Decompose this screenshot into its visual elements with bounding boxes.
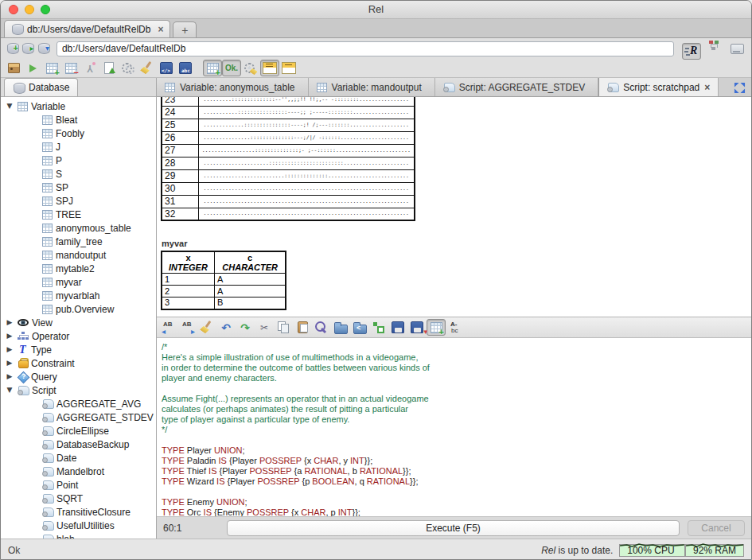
tree-item[interactable]: ▶ View [1, 316, 156, 329]
code-line[interactable]: TYPE Paladin IS {Player POSSREP {x CHAR,… [162, 456, 751, 466]
code-line[interactable]: in order to determine the outcome of bat… [162, 363, 751, 373]
tree-item[interactable]: mandoutput [1, 248, 156, 262]
table-row[interactable]: 2 A [162, 286, 286, 298]
find-replace-icon[interactable] [312, 319, 331, 336]
tree-item[interactable]: ▶ Operator [1, 329, 156, 343]
tree-item[interactable]: ▶ Constraint [1, 356, 156, 370]
drop-relvar-icon[interactable] [61, 60, 80, 76]
tree-item[interactable]: UsefulUtilities [1, 519, 156, 532]
wrap-toggle[interactable] [446, 319, 465, 336]
code-lines[interactable]: /*Here's a simple illustration of use of… [157, 338, 751, 516]
tree-item[interactable]: AGGREGATE_AVG [1, 397, 156, 410]
header-name-type-toggle[interactable] [260, 60, 279, 76]
code-line[interactable]: player and enemy characters. [162, 373, 751, 383]
new-connection-tab-button[interactable]: + [173, 21, 197, 37]
ok-toggle[interactable]: Ok. [222, 60, 241, 76]
tree-item[interactable]: P [1, 154, 156, 167]
tree-item[interactable]: ▶ Type [1, 343, 156, 356]
table-row[interactable]: 28 .....................::::::::::::::::… [162, 157, 415, 169]
tree-item[interactable]: S [1, 167, 156, 181]
tree-item[interactable]: ▶ Query [1, 370, 156, 383]
tree-item[interactable]: myvarblah [1, 289, 156, 302]
add-relvar-icon[interactable] [42, 60, 61, 76]
tree-item[interactable]: TREE [1, 208, 156, 221]
insert-file-icon[interactable] [350, 319, 369, 336]
tree-item[interactable]: J [1, 140, 156, 154]
tuple-add-toggle[interactable] [203, 60, 222, 76]
tree-expander-icon[interactable]: ▼ [5, 383, 14, 397]
table-row[interactable]: 1 A [162, 274, 286, 286]
editor-tab[interactable]: Script: AGGREGATE_STDEV [435, 78, 598, 96]
tab-database[interactable]: Database [4, 78, 78, 96]
copy-icon[interactable] [274, 319, 293, 336]
tree-item[interactable]: SP [1, 181, 156, 194]
code-line[interactable]: Assume Fight(...) represents an operator… [162, 394, 751, 404]
redo-icon[interactable] [236, 319, 255, 336]
tree-item[interactable]: myvar [1, 275, 156, 289]
tree-item[interactable]: anonymous_table [1, 221, 156, 235]
export-icon[interactable] [99, 60, 119, 76]
code-line[interactable]: TYPE Enemy UNION; [162, 497, 751, 508]
tree-item[interactable]: Bleat [1, 113, 156, 126]
tree-item[interactable]: DatabaseBackup [1, 438, 156, 451]
tree-item[interactable]: CircleEllipse [1, 424, 156, 438]
tree-expander-icon[interactable]: ▶ [5, 343, 14, 356]
undo-icon[interactable] [216, 319, 236, 336]
execute-button[interactable]: Execute (F5) [227, 520, 680, 536]
table-row[interactable]: 29 ..........................:::::::::::… [162, 169, 415, 182]
table-row[interactable]: 30 .....................................… [162, 182, 415, 195]
db-location-input[interactable] [56, 41, 674, 56]
shift-left-icon[interactable] [159, 319, 178, 336]
open-db-icon[interactable] [21, 42, 33, 52]
design-icon[interactable] [80, 60, 99, 76]
cancel-button[interactable]: Cancel [688, 520, 745, 536]
table-row[interactable]: 32 .....................................… [162, 208, 415, 220]
tree-item[interactable]: blah [1, 532, 156, 539]
tree-expander-icon[interactable]: ▶ [5, 370, 14, 383]
tree-item[interactable]: family_tree [1, 235, 156, 248]
tree-item[interactable]: ▼ Variable [1, 99, 156, 113]
editor-tab[interactable]: Variable: anonymous_table [157, 78, 309, 96]
tree-item[interactable]: pub.Overview [1, 302, 156, 316]
tree-expander-icon[interactable]: ▶ [5, 356, 14, 370]
load-file-icon[interactable] [331, 319, 350, 336]
new-db-icon[interactable] [6, 42, 18, 52]
package-icon[interactable] [4, 60, 23, 76]
editor-tab[interactable]: Variable: mandoutput [309, 78, 435, 96]
shift-right-icon[interactable] [178, 319, 197, 336]
code-line[interactable]: Here's a simple illustration of use of m… [162, 352, 751, 363]
path-icon[interactable] [369, 319, 388, 336]
rel-mode-toggle[interactable] [682, 43, 701, 60]
clean-editor-icon[interactable] [197, 319, 216, 336]
tree-item[interactable]: Foobly [1, 126, 156, 140]
code-line[interactable]: /* [162, 342, 751, 352]
maximize-icon[interactable] [733, 81, 746, 95]
tree-item[interactable]: SQRT [1, 492, 156, 505]
tree-item[interactable]: mytable2 [1, 262, 156, 275]
code-line[interactable]: TYPE Player UNION; [162, 445, 751, 456]
db-tree-icon[interactable] [705, 37, 724, 54]
table-row[interactable]: 3 B [162, 298, 286, 309]
tree-item[interactable]: TransitiveClosure [1, 505, 156, 519]
db-connection-tab[interactable]: db:/Users/dave/DefaultRelDb × [4, 20, 170, 37]
code-line[interactable]: type of player against a particular type… [162, 414, 751, 425]
cut-icon[interactable] [255, 319, 274, 336]
editor-tab[interactable]: Script: scratchpad × [598, 78, 719, 96]
run-icon[interactable] [23, 60, 42, 76]
db-disk-icon[interactable] [727, 41, 746, 57]
clean-icon[interactable] [138, 60, 157, 76]
code-line[interactable] [162, 383, 751, 394]
code-line[interactable]: TYPE Orc IS {Enemy POSSREP {x CHAR, p IN… [162, 508, 751, 516]
code-line[interactable] [162, 435, 751, 445]
tree-item[interactable]: Date [1, 451, 156, 465]
save-text-icon[interactable] [176, 60, 195, 76]
close-tab-icon[interactable]: × [704, 82, 710, 93]
save-file-icon[interactable] [388, 319, 407, 336]
autoclean-icon[interactable] [241, 60, 260, 76]
save-as-icon[interactable] [407, 319, 427, 336]
table-row[interactable]: 31 .....................................… [162, 195, 415, 208]
tree-expander-icon[interactable]: ▼ [5, 99, 14, 113]
backup-db-icon[interactable] [37, 42, 49, 52]
table-row[interactable]: 26 ...............::::::::::::::---;/|/ … [162, 131, 415, 144]
resource-usage-badge[interactable]: 100% CPU [619, 544, 685, 557]
